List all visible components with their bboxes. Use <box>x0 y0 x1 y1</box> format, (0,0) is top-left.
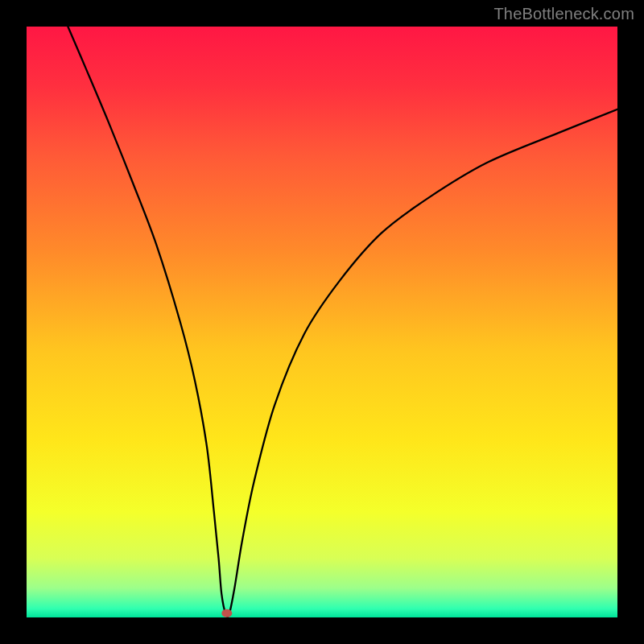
chart-svg <box>27 27 617 617</box>
attribution-label: TheBottleneck.com <box>493 5 634 23</box>
minimum-marker <box>221 609 232 617</box>
chart-frame: TheBottleneck.com <box>0 0 644 644</box>
gradient-background <box>27 27 617 617</box>
plot-area <box>27 27 617 617</box>
